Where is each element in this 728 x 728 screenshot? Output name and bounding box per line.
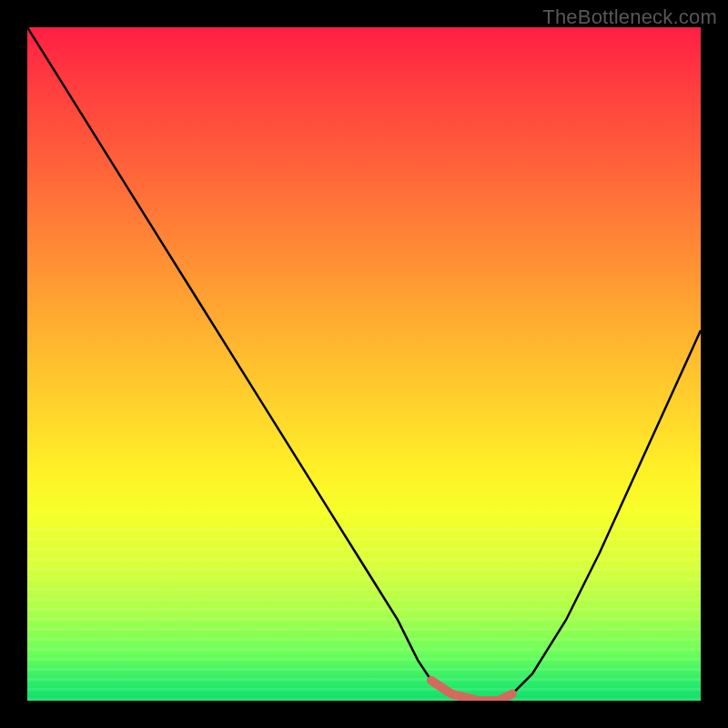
watermark-text: TheBottleneck.com xyxy=(542,5,717,29)
chart-frame: TheBottleneck.com xyxy=(0,0,728,728)
curve-layer xyxy=(27,27,701,701)
plot-area xyxy=(27,27,701,701)
bottleneck-curve-path xyxy=(27,27,701,701)
highlight-segment-path xyxy=(431,681,512,701)
